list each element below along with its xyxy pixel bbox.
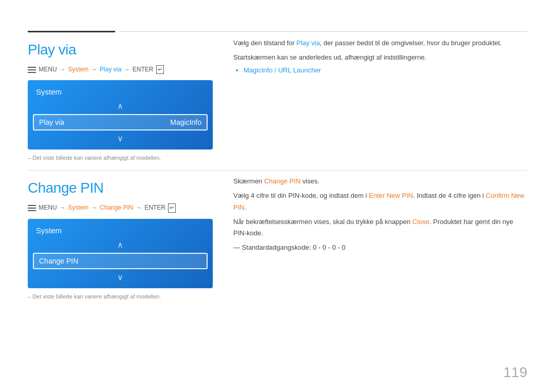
page-container: Play via MENU → System → Play via → ENTE…: [0, 0, 555, 392]
arrow-up-1: ∧: [28, 100, 213, 112]
page-number: 119: [503, 364, 527, 381]
svg-rect-1: [28, 69, 36, 70]
menu-icon-1: [28, 66, 39, 73]
menu-change: Change PIN: [100, 204, 133, 211]
system-box-2-row: Change PIN: [33, 253, 208, 269]
arrow3: →: [124, 66, 130, 72]
divider-right: [119, 31, 527, 32]
arrow6: →: [136, 204, 142, 211]
section2-desc3: Når bekræftelsesskærmen vises, skal du t…: [233, 216, 527, 239]
section1-left: Play via MENU → System → Play via → ENTE…: [28, 32, 213, 161]
section2-desc4: — Standardadgangskode: 0 - 0 - 0 - 0: [233, 242, 527, 253]
play-via-label: Play via: [39, 118, 64, 126]
menu-play: Play via: [100, 66, 121, 73]
section1-bullets: MagicInfo / URL Launcher: [244, 66, 527, 74]
section1-menu-path: MENU → System → Play via → ENTER ↵: [28, 65, 213, 74]
arrow-down-1: ∨: [28, 133, 213, 144]
menu-prefix2: MENU: [39, 204, 59, 211]
section1-desc1: Vælg den tilstand for Play via, der pass…: [233, 38, 527, 49]
section1-desc2: Startskærmen kan se anderledes ud, afhæn…: [233, 52, 527, 63]
svg-rect-4: [28, 208, 36, 209]
standard-code: — Standardadgangskode: 0 - 0 - 0 - 0: [233, 244, 345, 251]
menu-system1: System: [68, 66, 88, 73]
arrow5: →: [91, 204, 97, 211]
enter-icon1: ↵: [156, 65, 164, 74]
section2-right: Skærmen Change PIN vises. Vælg 4 cifre t…: [233, 171, 527, 299]
desc2-post: .: [245, 203, 247, 211]
highlight-enter-new: Enter New PIN: [369, 192, 413, 199]
section2-title: Change PIN: [28, 180, 213, 196]
section2-desc1: Skærmen Change PIN vises.: [233, 176, 527, 187]
arrow2: →: [91, 66, 97, 72]
menu-icon-2: [28, 204, 39, 211]
change-pin-label: Change PIN: [39, 257, 78, 265]
section2-caption: – Det viste billede kan variere afhængig…: [28, 293, 213, 300]
section2-menu-path: MENU → System → Change PIN → ENTER ↵: [28, 203, 213, 212]
menu-enter1: ENTER: [133, 66, 154, 73]
arrow4: →: [60, 204, 65, 211]
section1-caption: – Det viste billede kan variere afhængig…: [28, 155, 213, 161]
highlight-change-pin: Change PIN: [264, 177, 301, 185]
section1-right: Vælg den tilstand for Play via, der pass…: [233, 32, 527, 161]
menu-prefix: MENU: [39, 66, 59, 73]
arrow-down-2: ∨: [28, 271, 213, 283]
section2-desc2: Vælg 4 cifre til din PIN-kode, og indtas…: [233, 190, 527, 213]
menu-enter2: ENTER: [144, 204, 165, 211]
highlight-play-via: Play via: [297, 39, 320, 47]
section2-content: Change PIN MENU → System → Change PIN → …: [28, 171, 527, 299]
magic-info-value: MagicInfo: [170, 118, 201, 126]
system-box-2: System ∧ Change PIN ∨: [28, 219, 213, 288]
arrow-up-2: ∧: [28, 239, 213, 251]
svg-rect-0: [28, 67, 36, 68]
svg-rect-2: [28, 72, 36, 73]
svg-rect-3: [28, 205, 36, 206]
section1-title: Play via: [28, 42, 213, 58]
desc2-pre: Vælg 4 cifre til din PIN-kode, og indtas…: [233, 192, 369, 199]
highlight-close: Close: [412, 218, 429, 226]
top-divider: [28, 0, 527, 32]
svg-rect-5: [28, 210, 36, 211]
desc3-pre: Når bekræftelsesskærmen vises, skal du t…: [233, 218, 412, 226]
bullet-item-1: MagicInfo / URL Launcher: [244, 66, 527, 74]
system-box-1-row: Play via MagicInfo: [33, 114, 208, 130]
section1-content: Play via MENU → System → Play via → ENTE…: [28, 32, 527, 161]
section2-left: Change PIN MENU → System → Change PIN → …: [28, 171, 213, 299]
system-box-2-header: System: [28, 224, 213, 239]
arrow1: →: [60, 66, 65, 72]
desc2-mid: . Indtast de 4 cifre igen i: [413, 192, 486, 199]
enter-icon2: ↵: [168, 203, 176, 212]
menu-system2: System: [68, 204, 88, 211]
system-box-1: System ∧ Play via MagicInfo ∨: [28, 80, 213, 150]
system-box-1-header: System: [28, 85, 213, 100]
